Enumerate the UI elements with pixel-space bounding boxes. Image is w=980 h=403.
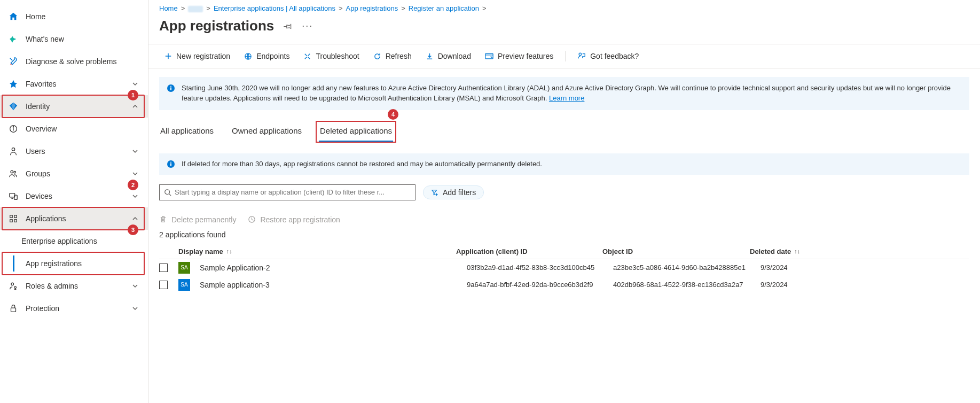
- actions-row: Delete permanently Restore app registrat…: [148, 203, 980, 227]
- svg-rect-13: [11, 308, 16, 312]
- nav-label: Devices: [26, 192, 132, 200]
- cell-display-name: Sample application-3: [200, 281, 467, 289]
- download-button[interactable]: Download: [420, 49, 476, 64]
- chevron-down-icon: [132, 305, 139, 312]
- sort-asc-icon: ↑↓: [226, 248, 232, 254]
- svg-rect-22: [170, 163, 171, 166]
- devices-icon: [9, 191, 18, 201]
- add-filters-button[interactable]: Add filters: [423, 185, 484, 199]
- filter-input[interactable]: [175, 188, 411, 196]
- tab-deleted-applications[interactable]: Deleted applications4: [319, 122, 393, 142]
- page-title: App registrations: [159, 18, 274, 34]
- nav-item-diagnose-solve-problems[interactable]: Diagnose & solve problems: [0, 50, 148, 73]
- lock-icon: [9, 304, 18, 313]
- nav-item-devices[interactable]: Devices2: [0, 185, 148, 207]
- info-text: If deleted for more than 30 days, app re…: [182, 160, 542, 168]
- chevron-down-icon: [132, 81, 139, 87]
- nav-label: Overview: [26, 125, 139, 133]
- svg-point-3: [11, 170, 13, 173]
- info-banner-adal: Starting June 30th, 2020 we will no long…: [159, 77, 969, 110]
- new-registration-button[interactable]: New registration: [159, 49, 236, 64]
- row-checkbox[interactable]: [159, 264, 168, 272]
- nav-label: Groups: [26, 169, 132, 178]
- filter-input-wrapper[interactable]: [159, 184, 415, 200]
- nav-label: Roles & admins: [26, 282, 132, 290]
- breadcrumb-link[interactable]: Enterprise applications | All applicatio…: [214, 4, 335, 12]
- more-icon[interactable]: ···: [302, 20, 313, 32]
- preview-features-button[interactable]: Preview features: [480, 49, 559, 64]
- star-icon: [9, 79, 18, 89]
- sidebar: HomeWhat's newDiagnose & solve problemsF…: [0, 0, 148, 403]
- learn-more-link[interactable]: Learn more: [549, 94, 584, 102]
- breadcrumb-link[interactable]: Home: [159, 4, 178, 12]
- nav-item-protection[interactable]: Protection: [0, 297, 148, 320]
- nav-item-identity[interactable]: Identity1: [0, 95, 148, 118]
- nav-item-home[interactable]: Home: [0, 5, 148, 28]
- main-content: Home>>Enterprise applications | All appl…: [148, 0, 980, 403]
- callout-marker: 4: [388, 109, 398, 120]
- chevron-down-icon: [132, 148, 139, 154]
- cell-object-id: 402db968-68a1-4522-9f38-ec136cd3a2a7: [613, 281, 761, 289]
- table-row[interactable]: SASample Application-203f3b2a9-d1ad-4f52…: [159, 259, 969, 276]
- refresh-icon: [373, 52, 381, 60]
- column-display-name[interactable]: Display name ↑↓: [178, 247, 456, 255]
- nav-item-overview[interactable]: Overview: [0, 118, 148, 140]
- preview-icon: [485, 52, 493, 60]
- nav-label: Diagnose & solve problems: [26, 57, 139, 66]
- svg-point-23: [165, 189, 170, 194]
- nav-item-applications[interactable]: Applications: [0, 207, 148, 230]
- row-checkbox[interactable]: [159, 281, 168, 289]
- nav-item-roles-admins[interactable]: Roles & admins: [0, 275, 148, 297]
- nav-item-groups[interactable]: Groups: [0, 162, 148, 185]
- nav-label: Identity: [26, 102, 132, 111]
- chevron-down-icon: [132, 170, 139, 177]
- cell-object-id: a23be3c5-a086-4614-9d60-ba2b428885e1: [613, 264, 761, 272]
- column-app-id[interactable]: Application (client) ID: [456, 247, 602, 255]
- nav-item-favorites[interactable]: Favorites: [0, 73, 148, 95]
- svg-rect-9: [10, 220, 13, 222]
- endpoints-button[interactable]: Endpoints: [239, 49, 295, 64]
- tools-icon: [303, 52, 311, 60]
- home-icon: [9, 12, 18, 21]
- table-row[interactable]: SASample application-39a64a7ad-bfbf-42ed…: [159, 276, 969, 293]
- nav-item-enterprise-applications[interactable]: Enterprise applications3: [0, 230, 148, 252]
- filter-row: Add filters: [148, 182, 980, 203]
- tab-owned-applications[interactable]: Owned applications: [231, 122, 303, 142]
- svg-point-16: [579, 53, 581, 55]
- svg-point-11: [11, 283, 14, 285]
- refresh-button[interactable]: Refresh: [368, 49, 417, 64]
- chevron-up-icon: [132, 103, 139, 110]
- nav-item-what-s-new[interactable]: What's new: [0, 28, 148, 50]
- diamond-icon: [9, 102, 18, 111]
- svg-rect-15: [485, 53, 493, 59]
- nav-item-users[interactable]: Users: [0, 140, 148, 162]
- cell-app-id: 9a64a7ad-bfbf-42ed-92da-b9cce6b3d2f9: [467, 281, 613, 289]
- svg-point-4: [14, 172, 16, 174]
- breadcrumb-link[interactable]: Register an application: [409, 4, 479, 12]
- person-icon: [9, 146, 18, 156]
- svg-point-18: [170, 86, 171, 87]
- tabs: All applicationsOwned applicationsDelete…: [148, 118, 980, 142]
- apps-icon: [9, 214, 18, 223]
- delete-permanently-button[interactable]: Delete permanently: [159, 215, 236, 224]
- filter-add-icon: [431, 189, 438, 196]
- breadcrumb-link[interactable]: App registrations: [346, 4, 398, 12]
- svg-point-2: [12, 148, 14, 151]
- app-badge: SA: [178, 279, 190, 291]
- feedback-button[interactable]: Got feedback?: [572, 49, 644, 64]
- restore-button[interactable]: Restore app registration: [248, 215, 340, 224]
- info-banner-deleted: If deleted for more than 30 days, app re…: [159, 153, 969, 175]
- nav-item-app-registrations[interactable]: App registrations: [0, 252, 148, 275]
- troubleshoot-button[interactable]: Troubleshoot: [298, 49, 364, 64]
- column-deleted-date[interactable]: Deleted date ↑↓: [750, 247, 969, 255]
- chevron-down-icon: [132, 193, 139, 199]
- chevron-up-icon: [132, 215, 139, 222]
- pin-icon[interactable]: [284, 22, 292, 30]
- svg-rect-7: [10, 215, 13, 218]
- page-header: App registrations ···: [148, 14, 980, 44]
- tab-all-applications[interactable]: All applications: [159, 122, 215, 142]
- app-badge: SA: [178, 262, 190, 274]
- plus-icon: [164, 52, 172, 60]
- svg-point-21: [170, 161, 171, 162]
- column-object-id[interactable]: Object ID: [602, 247, 750, 255]
